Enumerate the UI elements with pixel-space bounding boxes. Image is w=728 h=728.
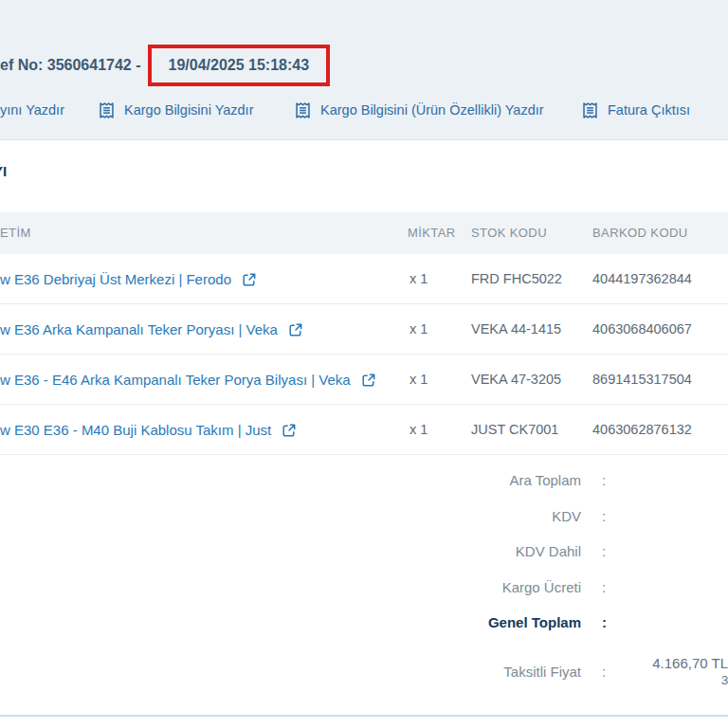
- table-row: w E30 E36 - M40 Buji Kablosu Takım | Jus…: [0, 405, 728, 455]
- column-header-quantity: MİKTAR: [408, 212, 456, 254]
- column-header-product: ETİM: [0, 212, 31, 254]
- product-barcode: 8691415317504: [592, 355, 692, 405]
- section-title-fragment: YI: [0, 163, 7, 179]
- print-shipping-info-with-products-label: Kargo Bilgisini (Ürün Özellikli) Yazdır: [320, 102, 544, 118]
- total-row-shipping-fee: Kargo Ücreti :: [284, 570, 728, 606]
- product-quantity: x 1: [410, 254, 428, 304]
- product-name: w E36 - E46 Arka Kampanalı Teker Porya B…: [0, 372, 351, 388]
- invoice-printout-label: Fatura Çıktısı: [608, 102, 690, 118]
- total-row-subtotal: Ara Toplam :: [284, 463, 728, 499]
- product-stock-code: JUST CK7001: [471, 405, 558, 455]
- product-stock-code: FRD FHC5022: [471, 254, 562, 304]
- order-totals: Ara Toplam : KDV : KDV Dahil : Kargo Ücr…: [284, 463, 728, 701]
- product-name: w E30 E36 - M40 Buji Kablosu Takım | Jus…: [0, 422, 271, 438]
- total-label: Ara Toplam: [284, 472, 581, 488]
- order-reference-line: ef No: 3560641742 - 19/04/2025 15:18:43: [0, 45, 330, 86]
- receipt-icon: [98, 101, 116, 119]
- product-link[interactable]: w E30 E36 - M40 Buji Kablosu Takım | Jus…: [0, 405, 297, 455]
- total-row-vat-included: KDV Dahil :: [284, 534, 728, 570]
- print-order-label: yını Yazdır: [0, 102, 64, 118]
- product-name: w E36 Arka Kampanalı Teker Poryası | Vek…: [0, 321, 278, 337]
- total-colon: :: [602, 508, 606, 524]
- order-header-bar: ef No: 3560641742 - 19/04/2025 15:18:43 …: [0, 0, 728, 140]
- invoice-printout-button[interactable]: Fatura Çıktısı: [581, 97, 690, 123]
- total-colon: :: [602, 543, 606, 559]
- product-link[interactable]: w E36 - E46 Arka Kampanalı Teker Porya B…: [0, 355, 376, 405]
- column-header-barcode: BARKOD KODU: [592, 212, 687, 254]
- product-name: w E36 Debriyaj Üst Merkezi | Ferodo: [0, 271, 231, 287]
- column-header-stock-code: STOK KODU: [471, 212, 547, 254]
- order-timestamp: 19/04/2025 15:18:43: [169, 57, 310, 74]
- product-barcode: 4063062876132: [592, 405, 692, 455]
- total-row-vat: KDV :: [284, 499, 728, 535]
- total-colon: :: [602, 614, 607, 630]
- external-link-icon: [361, 373, 376, 388]
- total-label: Genel Toplam: [284, 614, 581, 630]
- timestamp-highlight-box: 19/04/2025 15:18:43: [148, 45, 331, 86]
- print-shipping-info-with-products-button[interactable]: Kargo Bilgisini (Ürün Özellikli) Yazdır: [294, 97, 544, 123]
- table-row: w E36 Debriyaj Üst Merkezi | Ferodo x 1 …: [0, 254, 728, 304]
- table-row: w E36 - E46 Arka Kampanalı Teker Porya B…: [0, 355, 728, 405]
- installment-price-value: 4.166,70 TL 3 ×: [652, 654, 728, 689]
- order-content-card: YI ETİM MİKTAR STOK KODU BARKOD KODU w E…: [0, 140, 728, 717]
- product-quantity: x 1: [410, 304, 428, 355]
- total-label: KDV: [284, 508, 581, 524]
- print-shipping-info-label: Kargo Bilgisini Yazdır: [124, 102, 253, 118]
- installment-price: 4.166,70 TL: [652, 655, 728, 671]
- total-label: KDV Dahil: [284, 543, 581, 559]
- total-row-grand-total: Genel Toplam :: [284, 605, 728, 641]
- order-detail-page: ef No: 3560641742 - 19/04/2025 15:18:43 …: [0, 0, 728, 728]
- print-shipping-info-button[interactable]: Kargo Bilgisini Yazdır: [98, 97, 253, 123]
- product-quantity: x 1: [410, 355, 428, 405]
- total-label: Taksitli Fiyat: [284, 664, 581, 680]
- total-colon: :: [602, 664, 606, 680]
- product-quantity: x 1: [410, 405, 428, 455]
- product-stock-code: VEKA 47-3205: [471, 355, 561, 405]
- product-link[interactable]: w E36 Debriyaj Üst Merkezi | Ferodo: [0, 254, 257, 304]
- total-label: Kargo Ücreti: [284, 579, 581, 595]
- product-barcode: 4044197362844: [592, 254, 692, 304]
- products-table-header: ETİM MİKTAR STOK KODU BARKOD KODU: [0, 212, 728, 254]
- external-link-icon: [288, 322, 303, 337]
- product-stock-code: VEKA 44-1415: [471, 304, 561, 355]
- total-row-installment-price: Taksitli Fiyat : 4.166,70 TL 3 ×: [284, 643, 728, 701]
- installment-count: 3 ×: [652, 672, 728, 689]
- receipt-icon: [581, 101, 599, 119]
- product-barcode: 4063068406067: [592, 304, 692, 355]
- print-order-button[interactable]: yını Yazdır: [0, 97, 64, 123]
- receipt-icon: [294, 101, 312, 119]
- total-colon: :: [602, 472, 606, 488]
- product-link[interactable]: w E36 Arka Kampanalı Teker Poryası | Vek…: [0, 304, 303, 355]
- total-colon: :: [602, 579, 606, 595]
- external-link-icon: [242, 272, 257, 287]
- table-row: w E36 Arka Kampanalı Teker Poryası | Vek…: [0, 304, 728, 355]
- external-link-icon: [282, 423, 297, 438]
- order-ref-number: ef No: 3560641742 -: [0, 57, 141, 74]
